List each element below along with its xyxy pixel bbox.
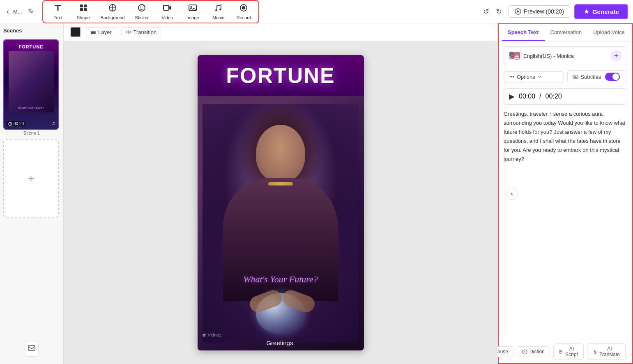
tab-upload-voice[interactable]: Upload Voice	[587, 24, 631, 41]
ai-translate-icon	[592, 349, 597, 355]
canvas-title: FORTUNE	[198, 63, 364, 88]
canvas-toolbar: Layer Transition	[64, 23, 497, 41]
tab-conversation[interactable]: Conversation	[545, 24, 588, 41]
scene-music-icon: ♫	[52, 121, 55, 126]
scene-duration-text: 00:20	[14, 121, 24, 126]
canvas-area: Layer Transition FORTUNE	[64, 23, 497, 364]
canvas-subtitle: What's Your Future?	[198, 274, 364, 285]
tool-image-label: Image	[186, 15, 199, 20]
tool-record[interactable]: Record	[231, 2, 256, 22]
svg-rect-27	[91, 33, 96, 34]
tab-no-speech[interactable]: No S...	[631, 24, 633, 41]
svg-rect-3	[84, 5, 87, 7]
options-button[interactable]: Options	[504, 71, 564, 82]
sticker-icon	[137, 3, 146, 14]
generate-button[interactable]: Generate	[574, 4, 628, 19]
voice-selector[interactable]: 🇺🇸 English(US) - Monica +	[504, 46, 627, 65]
add-scene-icon: +	[28, 172, 34, 185]
options-label: Options	[517, 74, 535, 80]
voice-info: 🇺🇸 English(US) - Monica	[509, 50, 574, 61]
svg-rect-33	[573, 75, 578, 78]
right-tabs: Speech Text Conversation Upload Voice No…	[499, 24, 632, 41]
undo-redo-group: ↺ ↻	[481, 5, 504, 18]
scene-1-thumb[interactable]: FORTUNE What's Your Future? 00:20 ♫	[3, 39, 59, 130]
svg-point-9	[138, 5, 145, 11]
canvas-watermark: Vidnoz	[202, 332, 221, 337]
undo-button[interactable]: ↺	[481, 5, 492, 18]
right-panel-content: 🇺🇸 English(US) - Monica + Options Subtit…	[499, 41, 632, 340]
canvas-expand-area: ›	[506, 188, 518, 200]
layer-button[interactable]: Layer	[86, 27, 116, 37]
ai-script-button[interactable]: AI Script	[553, 343, 584, 360]
scene-duration-badge: 00:20	[7, 121, 25, 126]
generate-icon	[583, 8, 590, 15]
canvas-caption: Greetings,	[198, 339, 364, 346]
voice-name: English(US) - Monica	[523, 53, 574, 59]
tab-speech-text[interactable]: Speech Text	[502, 24, 545, 41]
tool-text[interactable]: Text	[46, 2, 70, 22]
tool-music[interactable]: Music	[206, 2, 230, 22]
scene-subtitle-text: What's Your Future?	[18, 106, 44, 109]
svg-point-11	[143, 6, 143, 7]
color-swatch[interactable]	[70, 27, 81, 37]
diction-button[interactable]: Diction	[517, 346, 550, 357]
svg-rect-5	[84, 8, 87, 11]
playback-row: ▶ 00:00 / 00:20	[504, 88, 627, 105]
voice-add-button[interactable]: +	[610, 50, 622, 62]
toolbar-actions: ↺ ↻ Preview (00:20) Generate	[481, 4, 628, 19]
scene-1-label: Scene 1	[3, 130, 60, 135]
svg-rect-25	[91, 31, 96, 32]
preview-button[interactable]: Preview (00:20)	[509, 5, 570, 18]
person-silhouette	[203, 104, 359, 342]
tool-image[interactable]: Image	[180, 2, 205, 22]
svg-marker-20	[517, 10, 520, 13]
transition-label: Transition	[134, 29, 157, 35]
tool-background-label: Background	[101, 15, 125, 20]
svg-point-10	[140, 6, 141, 7]
tool-shape[interactable]: Shape	[71, 2, 96, 22]
svg-point-15	[215, 9, 217, 11]
layer-label: Layer	[98, 29, 112, 35]
redo-button[interactable]: ↻	[493, 5, 504, 18]
tool-sticker[interactable]: Sticker	[129, 2, 154, 22]
tool-shape-label: Shape	[77, 15, 90, 20]
music-icon	[214, 3, 223, 14]
ai-script-icon	[559, 349, 563, 355]
ai-translate-button[interactable]: AI Translate	[587, 343, 626, 360]
play-button[interactable]: ▶	[509, 92, 515, 101]
canvas-frame[interactable]: FORTUNE	[198, 55, 364, 350]
svg-rect-2	[80, 5, 83, 7]
expand-button[interactable]: ›	[506, 188, 518, 200]
svg-point-32	[513, 76, 514, 78]
notification-button[interactable]	[25, 341, 39, 357]
subtitles-toggle[interactable]	[605, 73, 620, 81]
subtitles-button[interactable]: Subtitles	[567, 70, 628, 83]
tool-video[interactable]: Video	[155, 2, 180, 22]
svg-point-28	[128, 32, 129, 33]
tool-sticker-label: Sticker	[135, 15, 149, 20]
preview-label: Preview (00:20)	[524, 8, 564, 15]
diction-label: Diction	[529, 349, 545, 355]
shape-icon	[79, 3, 88, 14]
toolbar-nav: ‹ M... ✎	[5, 5, 36, 18]
add-scene-button[interactable]: +	[3, 140, 59, 217]
voice-options-row: Options Subtitles	[504, 70, 627, 83]
back-button[interactable]: ‹	[5, 6, 11, 18]
subtitles-label: Subtitles	[581, 74, 601, 80]
main-area: Scenes FORTUNE What's Your Future? 00:20…	[0, 23, 633, 364]
tool-background[interactable]: Background	[97, 2, 129, 22]
svg-point-30	[510, 76, 511, 78]
transition-button[interactable]: Transition	[121, 27, 161, 37]
video-icon	[163, 3, 172, 14]
options-icon	[509, 74, 515, 80]
generate-label: Generate	[592, 8, 619, 15]
layer-icon	[90, 29, 96, 35]
svg-rect-12	[163, 5, 169, 10]
record-icon	[239, 3, 248, 14]
svg-point-16	[219, 9, 221, 10]
playback-separator: /	[539, 93, 541, 100]
svg-point-18	[242, 6, 245, 9]
edit-project-button[interactable]: ✎	[26, 5, 36, 18]
svg-point-14	[191, 6, 192, 8]
duration-icon	[8, 122, 12, 126]
